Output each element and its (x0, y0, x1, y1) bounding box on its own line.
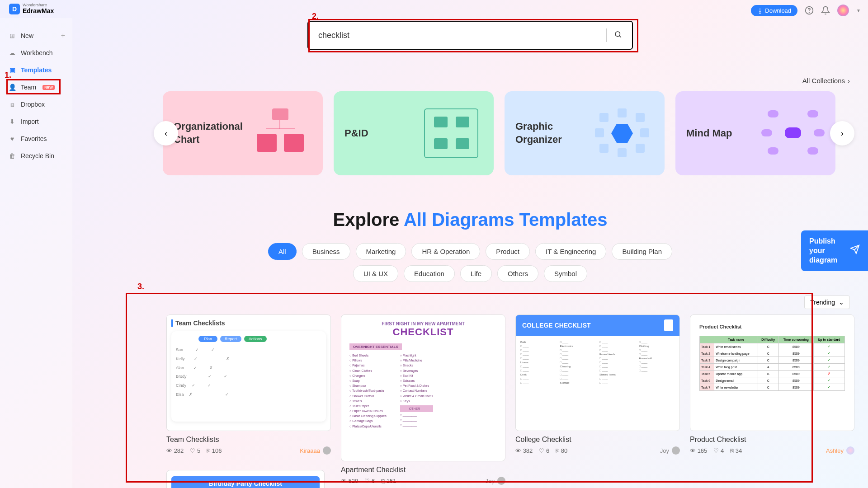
bell-icon[interactable] (821, 6, 830, 15)
sidebar-item-dropbox[interactable]: ⧈ Dropbox (0, 96, 72, 113)
avatar-chevron-icon[interactable]: ▼ (856, 8, 861, 13)
cloud-icon: ☁ (8, 49, 16, 57)
logo-icon: D (9, 4, 20, 14)
category-title: Graphic Organizer (515, 120, 583, 146)
filter-marketing[interactable]: Marketing (356, 243, 406, 260)
template-card[interactable]: Team Checklists Plan Report Actions Sun … (166, 314, 331, 485)
copies-icon: ⎘ 106 (207, 447, 222, 454)
sidebar-item-team[interactable]: 👤 Team NEW (0, 79, 72, 96)
annotation-2: 2. (312, 12, 319, 21)
sidebar-item-import[interactable]: ⬇ Import (0, 113, 72, 130)
search-icon (614, 30, 622, 38)
filter-it[interactable]: IT & Engineering (535, 243, 606, 260)
category-title: Organizational Chart (174, 120, 241, 146)
filter-others[interactable]: Others (497, 265, 538, 282)
pid-icon (420, 104, 483, 163)
new-badge: NEW (42, 85, 55, 90)
template-name: Team Checklists (166, 436, 331, 444)
template-thumbnail[interactable]: Birthday Party Checklist (166, 470, 325, 488)
category-card-graphic-organizer[interactable]: Graphic Organizer (505, 91, 665, 175)
plus-icon[interactable]: + (61, 32, 65, 40)
filter-symbol[interactable]: Symbol (544, 265, 587, 282)
filter-education[interactable]: Education (404, 265, 455, 282)
likes-icon: ♡ 5 (190, 447, 200, 454)
sidebar-item-workbench[interactable]: ☁ Workbench (0, 44, 72, 61)
filter-product[interactable]: Product (486, 243, 530, 260)
copies-icon: ⎘ 34 (730, 447, 742, 454)
import-icon: ⬇ (8, 117, 16, 126)
carousel-next-button[interactable]: › (830, 121, 854, 145)
template-thumbnail: Team Checklists Plan Report Actions Sun … (166, 314, 331, 431)
category-card-org-chart[interactable]: Organizational Chart (163, 91, 323, 175)
sidebar-item-label: Dropbox (21, 101, 45, 108)
sidebar: ⊞ New + ☁ Workbench ▣ Templates 👤 Team N… (0, 18, 72, 488)
thumb-section: OVERNIGHT ESSENTIALS (349, 343, 402, 350)
dropbox-icon: ⧈ (8, 100, 16, 108)
likes-icon: ♡ 6 (539, 447, 549, 454)
chevron-right-icon: › (848, 77, 850, 84)
template-author[interactable]: Ashley (826, 446, 854, 455)
download-button[interactable]: ⭳ Download (751, 5, 797, 16)
thumb-title: Product Checklist (699, 324, 845, 329)
person-icon: 👤 (8, 83, 16, 91)
user-avatar[interactable] (837, 5, 849, 16)
search-input[interactable] (318, 31, 599, 40)
filter-life[interactable]: Life (460, 265, 492, 282)
category-title: P&ID (344, 127, 368, 140)
search-container (307, 21, 633, 50)
template-grid: Team Checklists Plan Report Actions Sun … (166, 314, 854, 485)
heart-icon: ♥ (8, 135, 16, 143)
template-author[interactable]: Joy (486, 477, 505, 485)
author-avatar (672, 446, 680, 455)
template-thumbnail: COLLEGE CHECKLIST Bath□ ____□ ____□ ____… (515, 314, 680, 431)
template-name: College Checklist (515, 436, 680, 444)
template-author[interactable]: Kiraaaa (300, 446, 331, 455)
sidebar-item-label: Workbench (21, 49, 53, 56)
search-button[interactable] (614, 30, 622, 40)
thumb-title: COLLEGE CHECKLIST (522, 322, 591, 329)
svg-point-1 (809, 12, 810, 13)
template-card[interactable]: COLLEGE CHECKLIST Bath□ ____□ ____□ ____… (515, 314, 680, 485)
thumb-title: CHECKLIST (349, 326, 497, 338)
annotation-3: 3. (137, 282, 144, 291)
sidebar-item-recycle[interactable]: 🗑 Recycle Bin (0, 147, 72, 164)
svg-point-2 (615, 32, 620, 37)
all-collections-label: All Collections (802, 77, 845, 84)
sidebar-item-label: Team (21, 84, 36, 91)
sidebar-item-label: Favorites (21, 135, 47, 142)
sidebar-item-new[interactable]: ⊞ New + (0, 27, 72, 44)
explore-prefix: Explore (333, 210, 404, 230)
download-label: Download (765, 7, 791, 14)
likes-icon: ♡ 4 (713, 447, 724, 454)
brand-bottom: EdrawMax (23, 8, 54, 14)
publish-diagram-button[interactable]: Publish your diagram (801, 230, 868, 271)
category-card-mind-map[interactable]: Mind Map (675, 91, 835, 175)
send-icon (850, 244, 860, 257)
annotation-1: 1. (5, 70, 11, 80)
sidebar-item-favorites[interactable]: ♥ Favorites (0, 130, 72, 147)
filter-business[interactable]: Business (302, 243, 350, 260)
author-avatar (846, 446, 854, 455)
explore-highlight: All Diagrams Templates (404, 210, 608, 230)
help-icon[interactable] (805, 6, 814, 15)
views-icon: 👁 528 (341, 478, 358, 484)
thumb-subtitle: FIRST NIGHT IN MY NEW APARTMENT (349, 321, 497, 326)
sort-dropdown[interactable]: Trending ⌄ (804, 296, 850, 309)
graphic-organizer-icon (590, 104, 654, 163)
all-collections-link[interactable]: All Collections › (802, 77, 850, 84)
filter-all[interactable]: All (268, 243, 297, 260)
template-author[interactable]: Joy (660, 446, 680, 455)
filter-hr[interactable]: HR & Operation (411, 243, 480, 260)
filter-uiux[interactable]: UI & UX (353, 265, 398, 282)
template-name: Product Checklist (690, 436, 854, 444)
brand-logo[interactable]: D Wondershare EdrawMax (9, 3, 54, 14)
explore-heading: Explore All Diagrams Templates (333, 210, 608, 230)
copies-icon: ⎘ 80 (556, 447, 567, 454)
template-card[interactable]: Product Checklist Task nameDifficultyTim… (690, 314, 854, 485)
template-thumbnail: FIRST NIGHT IN MY NEW APARTMENT CHECKLIS… (341, 314, 505, 461)
category-card-pid[interactable]: P&ID (334, 91, 494, 175)
template-card[interactable]: FIRST NIGHT IN MY NEW APARTMENT CHECKLIS… (341, 314, 505, 485)
filter-building[interactable]: Building Plan (612, 243, 672, 260)
publish-label: Publish your diagram (809, 237, 845, 265)
carousel-prev-button[interactable]: ‹ (154, 121, 178, 145)
